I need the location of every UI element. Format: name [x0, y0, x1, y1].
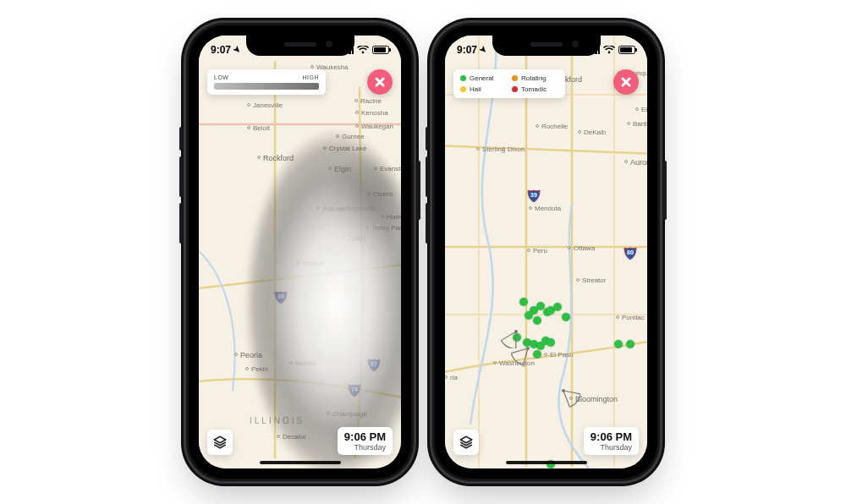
legend-high: HIGH	[303, 74, 320, 80]
timestamp-day: Thursday	[591, 443, 632, 452]
legend-label: Tornadic	[521, 85, 547, 93]
legend-dot-icon	[512, 86, 518, 92]
timestamp-chip: 9:06 PM Thursday	[338, 427, 393, 455]
notch	[492, 36, 601, 56]
status-time: 9:07	[211, 44, 231, 56]
screen: 9:07 ➤	[199, 36, 401, 468]
home-indicator[interactable]	[260, 461, 341, 464]
timestamp-time: 9:06 PM	[591, 430, 632, 443]
legend-item: Rotating	[512, 74, 558, 82]
intensity-legend: LOW HIGH	[207, 69, 326, 95]
layers-button[interactable]	[207, 430, 233, 455]
timestamp-chip: 9:06 PM Thursday	[584, 427, 639, 455]
notch	[246, 36, 354, 56]
legend-low: LOW	[214, 74, 228, 80]
screen: 9:07 ➤	[445, 36, 647, 468]
map-view[interactable]: WaukeshaMadisonJanesvilleRacineKenoshaBe…	[199, 36, 401, 468]
battery-icon	[618, 46, 635, 54]
wifi-icon	[357, 46, 369, 54]
location-icon: ➤	[477, 43, 488, 54]
phone-mockup-left: 9:07 ➤	[189, 25, 411, 479]
legend-dot-icon	[512, 75, 518, 81]
map-view[interactable]: RockfordAlgonquinElgRochelleDeKalbBartle…	[445, 36, 647, 468]
timestamp-time: 9:06 PM	[344, 430, 386, 443]
phone-mockup-right: 9:07 ➤	[435, 25, 657, 479]
timestamp-day: Thursday	[344, 443, 386, 452]
legend-gradient	[214, 83, 319, 90]
home-indicator[interactable]	[506, 461, 587, 464]
battery-icon	[372, 46, 389, 54]
legend-label: Hail	[470, 85, 481, 93]
legend-label: General	[470, 74, 493, 82]
wifi-icon	[603, 46, 615, 54]
status-time: 9:07	[457, 44, 477, 56]
close-button[interactable]	[613, 69, 639, 95]
legend-item: General	[460, 74, 507, 82]
layers-button[interactable]	[453, 430, 479, 455]
location-icon: ➤	[231, 43, 242, 54]
legend-item: Hail	[460, 85, 507, 93]
close-button[interactable]	[367, 69, 393, 95]
legend-item: Tornadic	[512, 85, 558, 93]
storm-type-legend: GeneralRotatingHailTornadic	[453, 69, 565, 98]
legend-dot-icon	[460, 86, 466, 92]
legend-dot-icon	[460, 75, 466, 81]
legend-label: Rotating	[521, 74, 547, 82]
